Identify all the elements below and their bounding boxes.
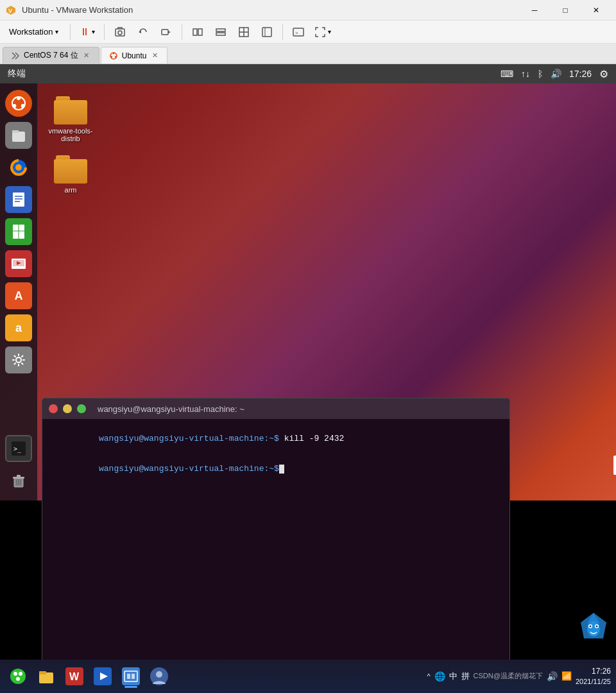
pause-icon: ⏸ [80,26,90,38]
sidebar-app-terminal[interactable]: >_ [5,435,32,462]
main-container: 终端 ⌨ ↑↓ ᛒ 🔊 17:26 ⚙ [0,64,616,693]
centos-tab-close[interactable]: ✕ [82,51,91,60]
desktop-icon-arm[interactable]: arm [45,155,96,194]
sidebar-app-firefox[interactable] [5,154,32,181]
avatar-icon [149,666,169,687]
folder-body [54,100,87,124]
folder-vmware-tools [54,96,87,124]
tab-bar: CentOS 7 64 位 ✕ Ubuntu ✕ [0,44,616,64]
svg-text:V: V [8,8,12,14]
sidebar-app-writer[interactable] [5,186,32,213]
terminal-window: wangsiyu@wangsiyu-virtual-machine: ~ wan… [42,398,510,674]
centos-tab-label: CentOS 7 64 位 [24,50,78,61]
svg-rect-70 [132,674,135,679]
tray-csdn: CSDN@温柔的烟花下 [474,671,543,681]
svg-point-25 [21,104,25,108]
minimize-button[interactable]: ─ [520,0,549,21]
ubuntu-tab-label: Ubuntu [122,51,147,60]
view2-icon [214,26,227,38]
send-button[interactable] [156,23,176,41]
fullscreen-button[interactable]: ▾ [311,23,334,41]
toolbar-divider-2 [104,24,105,40]
bluetooth-icon: ᛒ [538,69,543,79]
tray-volume[interactable]: 🔊 [547,671,558,681]
impress-icon [10,255,27,272]
revert-button[interactable] [133,23,153,41]
menu-bar: Workstation ▾ ⏸ ▾ [0,21,616,44]
terminal-content[interactable]: wangsiyu@wangsiyu-virtual-machine:~$ kil… [42,419,509,490]
view-button-4[interactable] [257,23,277,41]
svg-rect-69 [127,674,130,679]
amazon-label: a [15,321,22,335]
pause-button[interactable]: ⏸ ▾ [76,23,99,41]
svg-point-3 [118,31,122,35]
media-icon [94,667,112,685]
close-button[interactable]: ✕ [581,0,611,21]
tab-ubuntu[interactable]: Ubuntu ✕ [101,47,168,64]
arm-label: arm [65,186,77,194]
svg-rect-8 [198,29,202,35]
desktop-icons: vmware-tools-distrib arm [45,96,96,207]
view-button-2[interactable] [210,23,231,41]
settings-icon [10,352,27,368]
tray-lang-zh[interactable]: 中 [449,671,458,682]
workstation-menu[interactable]: Workstation ▾ [3,24,65,39]
svg-point-57 [10,669,26,684]
svg-point-58 [13,672,17,676]
svg-point-22 [110,56,112,58]
snapshot-button[interactable] [110,23,130,41]
terminal-maximize-button[interactable] [77,404,86,413]
svg-rect-31 [13,193,24,207]
taskbar-app-start[interactable] [5,663,31,689]
svg-point-55 [590,626,592,628]
svg-rect-62 [39,671,46,674]
tray-wifi[interactable]: 📶 [561,671,572,681]
sidebar-app-trash[interactable] [5,467,32,494]
svg-rect-5 [162,30,168,35]
centos-tab-icon [11,51,20,60]
view-button-3[interactable] [234,23,254,41]
sidebar-app-settings[interactable] [5,346,32,373]
sidebar-app-files[interactable] [5,122,32,149]
taskbar-app-avatar[interactable] [146,663,172,689]
svg-point-24 [17,96,21,100]
title-bar-title: Ubuntu - VMware Workstation [22,5,133,15]
tray-chevron[interactable]: ^ [427,672,430,680]
taskbar-app-wps[interactable]: W [62,663,87,689]
sidebar-app-ubuntu[interactable] [5,90,32,117]
volume-icon: 🔊 [551,69,561,79]
keyboard-icon: ⌨ [501,69,513,79]
sidebar-app-calc[interactable] [5,218,32,245]
taskbar-app-files[interactable] [33,663,59,689]
sidebar-app-software[interactable]: A [5,282,32,309]
view-button-1[interactable] [187,23,208,41]
ubuntu-sidebar: A a >_ [0,83,37,501]
terminal-cmd-1: kill -9 2432 [279,434,344,443]
desktop-icon-vmware-tools[interactable]: vmware-tools-distrib [45,96,96,142]
pause-dropdown: ▾ [92,28,95,35]
svg-point-60 [16,677,20,681]
title-bar-controls: ─ □ ✕ [520,0,611,21]
ubuntu-tab-close[interactable]: ✕ [150,51,159,60]
taskbar-app-media[interactable] [90,663,116,689]
terminal-minimize-button[interactable] [63,404,72,413]
svg-rect-14 [262,28,271,37]
trash-icon [10,472,28,490]
taskbar-app-vmware[interactable] [118,663,144,689]
tray-lang-pin[interactable]: 拼 [461,671,470,682]
sidebar-app-impress[interactable] [5,250,32,277]
console-button[interactable]: >_ [288,23,309,41]
taskbar-left: W [5,663,172,689]
tab-centos[interactable]: CentOS 7 64 位 ✕ [3,47,99,64]
svg-text:W: W [69,671,80,682]
ubuntu-tab-icon [109,51,118,60]
title-bar-left: V Ubuntu - VMware Workstation [5,4,133,16]
terminal-titlebar: wangsiyu@wangsiyu-virtual-machine: ~ [42,398,509,419]
send-icon [160,26,173,38]
svg-rect-28 [12,130,19,133]
svg-point-52 [587,621,600,637]
sidebar-app-amazon[interactable]: a [5,314,32,341]
ubuntu-desktop[interactable]: A a >_ [0,83,616,501]
maximize-button[interactable]: □ [551,0,580,21]
terminal-close-button[interactable] [49,404,58,413]
